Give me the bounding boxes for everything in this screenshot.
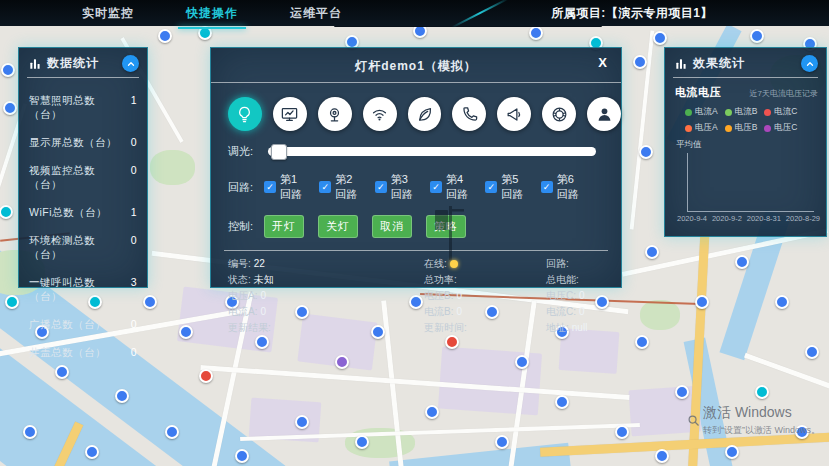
legend-item[interactable]: 电压A bbox=[685, 122, 718, 134]
map-marker[interactable] bbox=[529, 26, 543, 40]
online-status-dot bbox=[450, 260, 458, 268]
stats-panel-title: 数据统计 bbox=[47, 55, 99, 72]
map-marker[interactable] bbox=[1, 63, 15, 77]
map-marker[interactable] bbox=[653, 31, 667, 45]
stat-item: 井盖总数（台）0 bbox=[29, 346, 137, 360]
map-marker[interactable] bbox=[639, 145, 653, 159]
map-marker[interactable] bbox=[165, 425, 179, 439]
nav-tab-3[interactable]: 运维平台 bbox=[288, 3, 344, 24]
map-marker[interactable] bbox=[425, 405, 439, 419]
map-marker[interactable] bbox=[755, 385, 769, 399]
circuit-checkbox[interactable]: ✓第6回路 bbox=[541, 172, 584, 202]
info-value: 0 bbox=[456, 290, 462, 301]
map-marker[interactable] bbox=[235, 449, 249, 463]
display-screen-icon[interactable] bbox=[273, 97, 307, 131]
map-marker[interactable] bbox=[735, 255, 749, 269]
manhole-cover-icon[interactable] bbox=[542, 97, 576, 131]
legend-dot bbox=[685, 109, 692, 116]
nav-tab-1[interactable]: 实时监控 bbox=[80, 3, 136, 24]
legend-item[interactable]: 电流B bbox=[725, 106, 758, 118]
info-label: 更新结果: bbox=[228, 322, 271, 333]
map-marker[interactable] bbox=[675, 385, 689, 399]
map-marker[interactable] bbox=[635, 335, 649, 349]
map-marker[interactable] bbox=[495, 435, 509, 449]
map-marker[interactable] bbox=[555, 395, 569, 409]
map-marker[interactable] bbox=[750, 29, 764, 43]
legend-label: 电压B bbox=[735, 122, 758, 134]
close-icon[interactable]: X bbox=[598, 55, 607, 70]
chart-plot-area bbox=[687, 153, 814, 212]
legend-item[interactable]: 电压C bbox=[764, 122, 797, 134]
map-marker[interactable] bbox=[645, 245, 659, 259]
circuit-checkbox[interactable]: ✓第2回路 bbox=[319, 172, 362, 202]
map-marker[interactable] bbox=[295, 415, 309, 429]
call-phone-icon[interactable] bbox=[452, 97, 486, 131]
map-marker[interactable] bbox=[655, 449, 669, 463]
legend-item[interactable]: 电压B bbox=[725, 122, 758, 134]
stat-item: 一键呼叫总数（台）3 bbox=[29, 276, 137, 304]
info-value: 0 bbox=[579, 290, 585, 301]
broadcast-megaphone-icon[interactable] bbox=[497, 97, 531, 131]
info-column: 回路:总电能:电压C:0电流C:0地址:null bbox=[546, 258, 587, 338]
map-marker[interactable] bbox=[633, 55, 647, 69]
project-label: 所属项目:【演示专用项目1】 bbox=[551, 5, 713, 22]
camera-icon[interactable] bbox=[318, 97, 352, 131]
control-button-1[interactable]: 开灯 bbox=[264, 215, 304, 238]
wifi-icon[interactable] bbox=[363, 97, 397, 131]
map-marker[interactable] bbox=[775, 295, 789, 309]
light-bulb-icon[interactable] bbox=[228, 97, 262, 131]
circuit-checkbox[interactable]: ✓第3回路 bbox=[375, 172, 418, 202]
info-row: 总功率: bbox=[424, 274, 546, 287]
map-marker[interactable] bbox=[3, 101, 17, 115]
slider-handle[interactable] bbox=[271, 144, 287, 160]
map-marker[interactable] bbox=[805, 345, 819, 359]
map-marker[interactable] bbox=[0, 205, 13, 219]
person-detect-icon[interactable] bbox=[587, 97, 621, 131]
info-label: 在线: bbox=[424, 258, 447, 269]
map-marker[interactable] bbox=[115, 389, 129, 403]
environment-leaf-icon[interactable] bbox=[408, 97, 442, 131]
nav-tab-2[interactable]: 快捷操作 bbox=[184, 3, 240, 24]
control-button-2[interactable]: 关灯 bbox=[318, 215, 358, 238]
map-marker[interactable] bbox=[515, 355, 529, 369]
map-marker[interactable] bbox=[199, 369, 213, 383]
map-marker[interactable] bbox=[23, 425, 37, 439]
info-label: 电压C: bbox=[546, 290, 576, 301]
checkbox-checked-icon[interactable]: ✓ bbox=[319, 181, 331, 193]
stat-value: 3 bbox=[131, 276, 137, 288]
info-row: 电流A:0 bbox=[228, 306, 424, 319]
checkbox-checked-icon[interactable]: ✓ bbox=[485, 181, 497, 193]
legend-item[interactable]: 电流C bbox=[764, 106, 797, 118]
info-value: 0 bbox=[260, 290, 266, 301]
checkbox-checked-icon[interactable]: ✓ bbox=[541, 181, 553, 193]
map-marker[interactable] bbox=[695, 295, 709, 309]
collapse-button[interactable] bbox=[122, 55, 139, 72]
map-feature bbox=[640, 300, 680, 330]
circuit-checkbox[interactable]: ✓第5回路 bbox=[485, 172, 528, 202]
map-marker[interactable] bbox=[85, 445, 99, 459]
map-marker[interactable] bbox=[5, 295, 19, 309]
map-marker[interactable] bbox=[335, 355, 349, 369]
map-marker[interactable] bbox=[158, 29, 172, 43]
y-axis-label: 平均值 bbox=[665, 139, 826, 151]
circuit-checkbox[interactable]: ✓第1回路 bbox=[264, 172, 307, 202]
info-label: 电流A: bbox=[228, 306, 257, 317]
legend-label: 电压C bbox=[774, 122, 797, 134]
collapse-button[interactable] bbox=[801, 55, 818, 72]
checkbox-checked-icon[interactable]: ✓ bbox=[264, 181, 276, 193]
map-marker[interactable] bbox=[179, 325, 193, 339]
circuit-checkbox[interactable]: ✓第4回路 bbox=[430, 172, 473, 202]
top-nav-bar: 实时监控快捷操作运维平台 所属项目:【演示专用项目1】 bbox=[0, 0, 829, 26]
map-marker[interactable] bbox=[355, 435, 369, 449]
info-value: 未知 bbox=[254, 274, 274, 285]
info-label: 电流C: bbox=[546, 306, 576, 317]
control-button-3[interactable]: 取消 bbox=[372, 215, 412, 238]
checkbox-checked-icon[interactable]: ✓ bbox=[430, 181, 442, 193]
magnifier-icon bbox=[686, 413, 701, 432]
map-marker[interactable] bbox=[615, 425, 629, 439]
info-label: 回路: bbox=[546, 258, 569, 269]
checkbox-checked-icon[interactable]: ✓ bbox=[375, 181, 387, 193]
map-marker[interactable] bbox=[725, 445, 739, 459]
legend-item[interactable]: 电流A bbox=[685, 106, 718, 118]
dimming-slider[interactable] bbox=[268, 147, 596, 156]
